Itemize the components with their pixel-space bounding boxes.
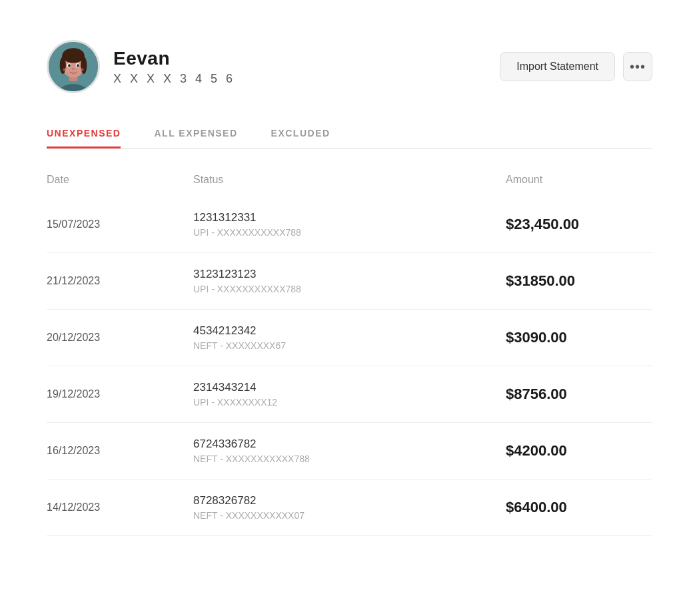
col-header-amount: Amount xyxy=(506,174,652,186)
svg-point-14 xyxy=(77,68,83,72)
user-name: Eevan xyxy=(113,48,235,69)
user-details: Eevan X X X X 3 4 5 6 xyxy=(113,48,235,86)
cell-amount: $31850.00 xyxy=(506,272,652,290)
status-id: 8728326782 xyxy=(193,494,506,507)
cell-amount: $8756.00 xyxy=(506,386,652,403)
cell-status: 8728326782 NEFT - XXXXXXXXXXX07 xyxy=(193,494,506,521)
tab-excluded[interactable]: EXCLUDED xyxy=(271,120,331,149)
table-header: Date Status Amount xyxy=(47,168,652,196)
col-header-status: Status xyxy=(193,174,506,186)
avatar xyxy=(47,40,100,93)
table-row: 14/12/2023 8728326782 NEFT - XXXXXXXXXXX… xyxy=(47,479,652,536)
page-container: Eevan X X X X 3 4 5 6 Import Statement •… xyxy=(0,0,699,576)
user-info: Eevan X X X X 3 4 5 6 xyxy=(47,40,235,93)
cell-date: 14/12/2023 xyxy=(47,501,193,513)
status-id: 2314343214 xyxy=(193,381,506,394)
cell-status: 2314343214 UPI - XXXXXXXX12 xyxy=(193,381,506,408)
cell-date: 15/07/2023 xyxy=(47,218,193,230)
svg-point-13 xyxy=(63,68,69,72)
cell-status: 4534212342 NEFT - XXXXXXXX67 xyxy=(193,324,506,351)
status-ref: UPI - XXXXXXXX12 xyxy=(193,397,506,408)
svg-point-11 xyxy=(77,64,79,67)
table-row: 21/12/2023 3123123123 UPI - XXXXXXXXXXX7… xyxy=(47,253,652,310)
status-ref: UPI - XXXXXXXXXXX788 xyxy=(193,227,506,238)
cell-date: 20/12/2023 xyxy=(47,332,193,344)
status-ref: NEFT - XXXXXXXXXXX788 xyxy=(193,454,506,464)
cell-amount: $4200.00 xyxy=(506,442,652,460)
svg-point-10 xyxy=(68,64,71,67)
tabs: UNEXPENSED ALL EXPENSED EXCLUDED xyxy=(47,120,652,149)
tab-all-expensed[interactable]: ALL EXPENSED xyxy=(154,120,237,149)
status-ref: NEFT - XXXXXXXX67 xyxy=(193,340,506,351)
svg-rect-5 xyxy=(62,55,84,60)
cell-date: 19/12/2023 xyxy=(47,388,193,400)
account-number: X X X X 3 4 5 6 xyxy=(113,72,235,86)
cell-status: 6724336782 NEFT - XXXXXXXXXXX788 xyxy=(193,438,506,464)
table-row: 20/12/2023 4534212342 NEFT - XXXXXXXX67 … xyxy=(47,310,652,366)
cell-date: 16/12/2023 xyxy=(47,445,193,457)
status-ref: NEFT - XXXXXXXXXXX07 xyxy=(193,510,506,521)
svg-point-12 xyxy=(72,68,75,70)
more-options-button[interactable]: ••• xyxy=(623,52,652,81)
cell-status: 1231312331 UPI - XXXXXXXXXXX788 xyxy=(193,211,506,238)
table-container: Date Status Amount 15/07/2023 1231312331… xyxy=(47,168,652,536)
status-id: 6724336782 xyxy=(193,438,506,451)
import-statement-button[interactable]: Import Statement xyxy=(500,52,615,81)
col-header-date: Date xyxy=(47,174,193,186)
table-row: 19/12/2023 2314343214 UPI - XXXXXXXX12 $… xyxy=(47,366,652,423)
status-id: 1231312331 xyxy=(193,211,506,224)
status-id: 4534212342 xyxy=(193,324,506,338)
status-id: 3123123123 xyxy=(193,268,506,281)
table-row: 16/12/2023 6724336782 NEFT - XXXXXXXXXXX… xyxy=(47,423,652,479)
status-ref: UPI - XXXXXXXXXXX788 xyxy=(193,284,506,294)
header-actions: Import Statement ••• xyxy=(500,52,652,81)
cell-date: 21/12/2023 xyxy=(47,275,193,287)
cell-status: 3123123123 UPI - XXXXXXXXXXX788 xyxy=(193,268,506,294)
tab-unexpensed[interactable]: UNEXPENSED xyxy=(47,120,121,149)
svg-point-4 xyxy=(62,48,84,63)
cell-amount: $23,450.00 xyxy=(506,216,652,233)
header: Eevan X X X X 3 4 5 6 Import Statement •… xyxy=(47,40,652,93)
cell-amount: $6400.00 xyxy=(506,499,652,516)
table-row: 15/07/2023 1231312331 UPI - XXXXXXXXXXX7… xyxy=(47,196,652,253)
cell-amount: $3090.00 xyxy=(506,329,652,346)
